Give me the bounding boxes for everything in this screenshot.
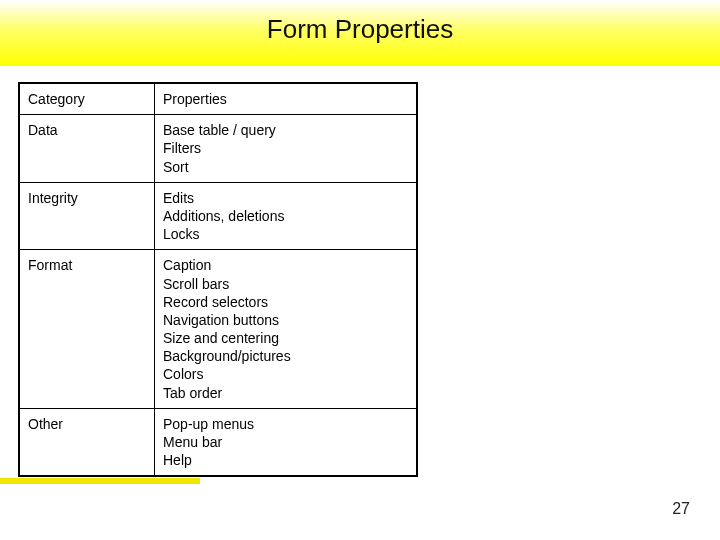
header-properties: Properties	[155, 83, 418, 115]
slide: Form Properties Category Properties Data…	[0, 0, 720, 540]
slide-title: Form Properties	[0, 14, 720, 45]
cell-category: Format	[19, 250, 155, 409]
table-header-row: Category Properties	[19, 83, 417, 115]
cell-category: Integrity	[19, 182, 155, 250]
cell-category: Other	[19, 408, 155, 476]
accent-bar	[0, 478, 200, 484]
header-category: Category	[19, 83, 155, 115]
table-row: Other Pop-up menusMenu barHelp	[19, 408, 417, 476]
cell-properties: EditsAdditions, deletionsLocks	[155, 182, 418, 250]
page-number: 27	[672, 500, 690, 518]
cell-properties: Base table / queryFiltersSort	[155, 115, 418, 183]
table-row: Data Base table / queryFiltersSort	[19, 115, 417, 183]
table-row: Integrity EditsAdditions, deletionsLocks	[19, 182, 417, 250]
properties-table-wrap: Category Properties Data Base table / qu…	[18, 82, 418, 477]
cell-properties: Pop-up menusMenu barHelp	[155, 408, 418, 476]
cell-category: Data	[19, 115, 155, 183]
cell-properties: CaptionScroll barsRecord selectorsNaviga…	[155, 250, 418, 409]
properties-table: Category Properties Data Base table / qu…	[18, 82, 418, 477]
table-row: Format CaptionScroll barsRecord selector…	[19, 250, 417, 409]
